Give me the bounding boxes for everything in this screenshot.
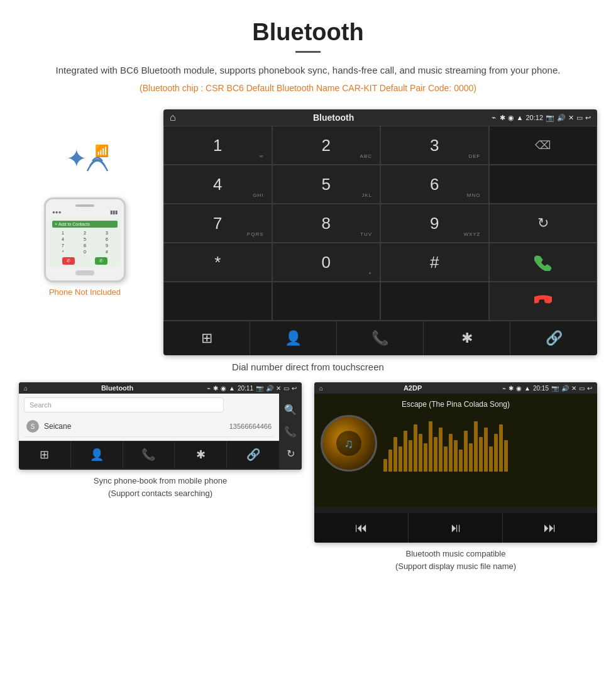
- dialpad-bluetooth-icon[interactable]: ✱: [424, 321, 510, 355]
- music-bt-icon: ✱: [509, 385, 514, 392]
- wifi-status-icon: ▲: [517, 114, 524, 121]
- pb-usb-icon: ⌁: [207, 385, 211, 392]
- close-icon: ✕: [568, 114, 574, 122]
- dial-key-0[interactable]: 0+: [272, 243, 381, 282]
- pb-wifi-icon: ▲: [229, 385, 235, 392]
- dial-empty-53: [380, 282, 489, 321]
- dialpad-area: 1∞ 2ABC 3DEF ⌫ 4GHI 5JKL 6MNO 7PQRS 8TUV…: [163, 126, 597, 355]
- dialpad-row-5: [163, 282, 597, 321]
- pb-phone-icon[interactable]: 📞: [123, 441, 175, 468]
- pb-bt-bottom-icon[interactable]: ✱: [175, 441, 227, 468]
- music-home-icon[interactable]: ⌂: [319, 385, 323, 392]
- dial-empty-51: [163, 282, 272, 321]
- contact-avatar-s: S: [26, 420, 39, 433]
- music-loc-icon: ◉: [516, 385, 522, 392]
- phone-add-contact: +Add to Contacts: [52, 221, 118, 228]
- phonebook-screen: ⌂ Bluetooth ⌁ ✱ ◉ ▲ 20:11 📷 🔊 ✕ ▭ ↩ Sear…: [19, 382, 302, 470]
- music-screen-block: ⌂ A2DP ⌁ ✱ ◉ ▲ 20:15 📷 🔊 ✕ ▭ ↩ Escape (T…: [314, 382, 597, 572]
- music-content-area: Escape (The Pina Colada Song) ♫: [314, 394, 597, 507]
- dialpad-row-2: 4GHI 5JKL 6MNO: [163, 165, 597, 204]
- dial-key-9[interactable]: 9WXYZ: [380, 204, 489, 243]
- music-controls-bar: ⏮ ⏯ ⏭: [314, 513, 597, 543]
- home-icon[interactable]: ⌂: [170, 112, 176, 123]
- viz-bar: [383, 459, 387, 472]
- viz-bar: [474, 421, 478, 472]
- dial-key-2[interactable]: 2ABC: [272, 126, 381, 165]
- dialpad-grid-icon[interactable]: ⊞: [163, 321, 250, 355]
- dial-call-btn[interactable]: [489, 243, 598, 282]
- viz-bar: [449, 434, 453, 472]
- pb-grid-icon[interactable]: ⊞: [19, 441, 71, 468]
- viz-bar: [424, 443, 427, 472]
- music-statusbar: ⌂ A2DP ⌁ ✱ ◉ ▲ 20:15 📷 🔊 ✕ ▭ ↩: [314, 382, 597, 394]
- camera-icon: 📷: [546, 114, 554, 122]
- dial-key-6[interactable]: 6MNO: [380, 165, 489, 204]
- viz-bar: [388, 450, 392, 472]
- pb-search-right-icon[interactable]: 🔍: [284, 399, 297, 421]
- title-divider: [295, 51, 321, 53]
- dialpad-phone-icon[interactable]: 📞: [337, 321, 424, 355]
- pb-loc-icon: ◉: [221, 385, 226, 392]
- dial-endcall-btn[interactable]: [489, 282, 598, 321]
- dial-key-4[interactable]: 4GHI: [163, 165, 272, 204]
- dial-empty-r2: [489, 165, 598, 204]
- dialpad-contacts-icon[interactable]: 👤: [250, 321, 337, 355]
- wifi-waves-icon: 📶: [85, 141, 110, 177]
- pb-home-icon[interactable]: ⌂: [24, 385, 28, 392]
- dial-key-7[interactable]: 7PQRS: [163, 204, 272, 243]
- backspace-icon[interactable]: ⌫: [535, 138, 551, 152]
- viz-bar: [429, 421, 432, 472]
- music-player-area: ♫: [321, 415, 591, 472]
- pb-user-icon[interactable]: 👤: [71, 441, 123, 468]
- music-back-icon: ↩: [587, 385, 592, 392]
- phone-battery: ▮▮▮: [110, 209, 118, 215]
- phone-screen: +Add to Contacts 123 456 789 *0# ✆ ✆: [50, 218, 120, 267]
- dialpad-row-3: 7PQRS 8TUV 9WXYZ ↻: [163, 204, 597, 243]
- bluetooth-music-icon: ♫: [344, 436, 354, 451]
- dial-refresh-btn[interactable]: ↻: [489, 204, 598, 243]
- album-art: ♫: [321, 415, 377, 472]
- pb-call-right-icon[interactable]: 📞: [284, 421, 297, 443]
- phonebook-search-box[interactable]: Search: [24, 397, 224, 412]
- viz-bar: [499, 424, 503, 472]
- play-pause-btn[interactable]: ⏯: [409, 513, 503, 543]
- viz-bar: [439, 428, 443, 472]
- dial-key-5[interactable]: 5JKL: [272, 165, 381, 204]
- dial-key-1[interactable]: 1∞: [163, 126, 272, 165]
- viz-bar: [404, 431, 407, 472]
- music-usb-icon: ⌁: [502, 385, 506, 392]
- phonebook-caption: Sync phone-book from mobile phone(Suppor…: [94, 475, 227, 499]
- pb-bt-icon: ✱: [213, 385, 218, 392]
- viz-bar: [479, 437, 483, 472]
- main-content-area: ✦ 📶 ●●● ▮▮▮ +Add to Contacts: [0, 109, 616, 355]
- contact-row-seicane[interactable]: S Seicane 13566664466: [24, 416, 274, 437]
- music-wifi-icon: ▲: [524, 385, 531, 392]
- phone-not-included-label: Phone Not Included: [49, 287, 121, 297]
- page-header: Bluetooth Integrated with BC6 Bluetooth …: [0, 0, 616, 109]
- dial-key-3[interactable]: 3DEF: [380, 126, 489, 165]
- prev-track-btn[interactable]: ⏮: [314, 513, 409, 543]
- viz-bar: [464, 431, 468, 472]
- pb-cam-icon: 📷: [256, 385, 263, 392]
- dial-key-8[interactable]: 8TUV: [272, 204, 381, 243]
- viz-bar: [454, 440, 458, 472]
- music-vol-icon: 🔊: [561, 385, 569, 392]
- pb-link-icon[interactable]: 🔗: [227, 441, 279, 468]
- music-time: 20:15: [533, 385, 549, 392]
- music-screen: ⌂ A2DP ⌁ ✱ ◉ ▲ 20:15 📷 🔊 ✕ ▭ ↩ Escape (T…: [314, 382, 597, 543]
- viz-bar: [393, 437, 397, 472]
- window-icon: ▭: [576, 114, 583, 122]
- next-track-btn[interactable]: ⏭: [503, 513, 597, 543]
- music-close-icon: ✕: [571, 385, 576, 392]
- viz-bar: [469, 443, 473, 472]
- pb-refresh-right-icon[interactable]: ↻: [287, 443, 295, 465]
- viz-bar: [494, 434, 498, 472]
- dial-empty-52: [272, 282, 381, 321]
- dial-key-star[interactable]: *: [163, 243, 272, 282]
- dialpad-link-icon[interactable]: 🔗: [510, 321, 597, 355]
- viz-bar: [489, 446, 493, 472]
- dial-key-hash[interactable]: #: [380, 243, 489, 282]
- phonebook-screen-block: ⌂ Bluetooth ⌁ ✱ ◉ ▲ 20:11 📷 🔊 ✕ ▭ ↩ Sear…: [19, 382, 302, 572]
- car-dialpad-statusbar: ⌂ Bluetooth ⌁ ✱ ◉ ▲ 20:12 📷 🔊 ✕ ▭ ↩: [163, 109, 597, 126]
- location-icon: ◉: [508, 114, 514, 122]
